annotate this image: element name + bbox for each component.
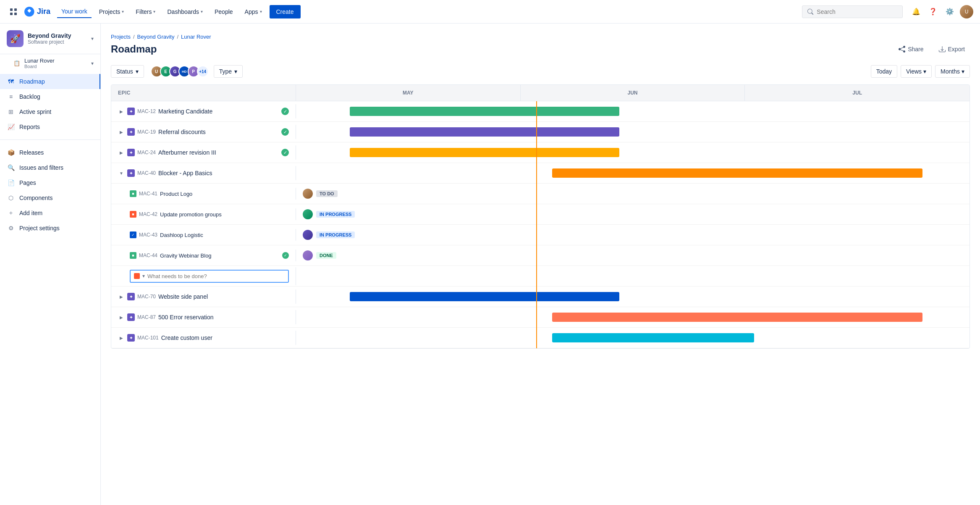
status-badge: IN PROGRESS xyxy=(316,211,355,218)
sidebar-issues[interactable]: 🔍 Issues and filters xyxy=(0,160,100,175)
status-badge: IN PROGRESS xyxy=(316,231,355,238)
gantt-bar-mac101[interactable] xyxy=(552,333,754,342)
roadmap-table: Epic MAY JUN JUL ▶ ✦ MAC-12 Marke xyxy=(111,84,970,349)
sidebar-item-roadmap[interactable]: 🗺 Roadmap xyxy=(0,74,100,89)
month-may: MAY xyxy=(296,85,521,101)
export-button[interactable]: Export xyxy=(934,43,970,55)
epic-name-mac24[interactable]: Afterburner revision III xyxy=(158,149,216,156)
sidebar-item-reports[interactable]: 📈 Reports xyxy=(0,119,100,134)
months-button[interactable]: Months ▾ xyxy=(935,65,970,78)
page-title: Roadmap xyxy=(111,43,157,55)
more-avatars[interactable]: +14 xyxy=(197,66,209,77)
epic-name-mac40[interactable]: Blocker - App Basics xyxy=(158,170,212,176)
breadcrumb-projects[interactable]: Projects xyxy=(111,34,131,40)
nav-dashboards[interactable]: Dashboards ▾ xyxy=(163,6,207,18)
chevron-down-icon: ▾ xyxy=(923,68,926,75)
page-header: Roadmap Share Export xyxy=(111,43,970,55)
sub-name-mac41[interactable]: Product Logo xyxy=(160,191,192,197)
timeline-cell xyxy=(296,101,970,121)
sidebar-pages[interactable]: 📄 Pages xyxy=(0,175,100,190)
done-icon: ✓ xyxy=(282,252,289,259)
project-info: Beyond Gravity Software project xyxy=(28,32,87,45)
export-icon xyxy=(939,46,946,53)
expand-button[interactable]: ▶ xyxy=(118,293,125,300)
table-row: ▼ ✦ MAC-40 Blocker - App Basics xyxy=(111,163,970,184)
expand-button[interactable]: ▶ xyxy=(118,129,125,135)
user-avatar[interactable]: U xyxy=(960,5,973,18)
type-filter[interactable]: Type ▾ xyxy=(214,65,243,78)
sidebar-board-item[interactable]: 📋 Lunar Rover Board ▾ xyxy=(0,54,100,72)
add-item-input[interactable] xyxy=(147,273,285,279)
status-badge: DONE xyxy=(316,252,336,259)
nav-apps[interactable]: Apps ▾ xyxy=(241,6,266,18)
expand-button[interactable]: ▶ xyxy=(118,314,125,321)
search-input[interactable] xyxy=(817,8,897,15)
epic-name-mac70[interactable]: Website side panel xyxy=(158,293,208,300)
epic-name-mac19[interactable]: Referral discounts xyxy=(158,129,206,135)
top-navigation: Jira Your work Projects ▾ Filters ▾ Dash… xyxy=(0,0,980,24)
epic-name-mac101[interactable]: Create custom user xyxy=(161,334,212,341)
sidebar-add-item[interactable]: ＋ Add item xyxy=(0,205,100,221)
pages-icon: 📄 xyxy=(7,179,15,187)
sidebar-components[interactable]: ⬡ Components xyxy=(0,190,100,205)
epic-cell-mac19: ▶ ✦ MAC-19 Referral discounts ✓ xyxy=(111,125,296,139)
sidebar-item-active-sprint[interactable]: ⊞ Active sprint xyxy=(0,104,100,119)
expand-button[interactable]: ▶ xyxy=(118,108,125,115)
timeline-cell xyxy=(296,307,970,327)
epic-icon: ✦ xyxy=(127,313,135,321)
nav-your-work[interactable]: Your work xyxy=(57,5,92,18)
jira-logo[interactable]: Jira xyxy=(24,6,50,18)
breadcrumb-lunar-rover[interactable]: Lunar Rover xyxy=(181,34,211,40)
share-button[interactable]: Share xyxy=(894,43,928,55)
gantt-bar-mac70[interactable] xyxy=(350,292,619,301)
nav-people[interactable]: People xyxy=(210,6,237,18)
sidebar-project-settings[interactable]: ⚙ Project settings xyxy=(0,221,100,236)
notifications-icon[interactable]: 🔔 xyxy=(909,5,923,18)
table-row: ■ MAC-42 Update promotion groups IN PROG… xyxy=(111,204,970,225)
sub-name-mac42[interactable]: Update promotion groups xyxy=(160,211,222,218)
backlog-icon: ≡ xyxy=(7,92,15,101)
expand-button[interactable]: ▼ xyxy=(118,170,125,176)
gantt-bar-mac19[interactable] xyxy=(350,127,619,137)
sub-name-mac43[interactable]: Dashloop Logistic xyxy=(160,232,203,238)
epic-name-mac12[interactable]: Marketing Candidate xyxy=(158,108,212,115)
sidebar-chevron-icon: ▾ xyxy=(91,36,94,42)
gantt-bar-mac24[interactable] xyxy=(350,148,619,157)
views-button[interactable]: Views ▾ xyxy=(901,65,932,78)
assignee-avatar xyxy=(303,189,313,199)
expand-button[interactable]: ▶ xyxy=(118,149,125,156)
epic-name-mac87[interactable]: 500 Error reservation xyxy=(158,314,214,321)
done-icon: ✓ xyxy=(281,149,289,156)
gantt-bar-mac12[interactable] xyxy=(350,107,619,116)
today-button[interactable]: Today xyxy=(871,65,897,78)
svg-rect-1 xyxy=(14,8,17,11)
status-filter[interactable]: Status ▾ xyxy=(111,65,144,78)
epic-cell-mac12: ▶ ✦ MAC-12 Marketing Candidate ✓ xyxy=(111,104,296,118)
sidebar-project[interactable]: 🚀 Beyond Gravity Software project ▾ xyxy=(0,24,100,54)
epic-icon: ✦ xyxy=(127,169,135,177)
sub-icon: ■ xyxy=(130,190,136,197)
assignee-avatar xyxy=(303,230,313,240)
gantt-bar-mac40[interactable] xyxy=(552,168,922,178)
table-row: ▶ ✦ MAC-87 500 Error reservation xyxy=(111,307,970,328)
search-bar[interactable] xyxy=(802,5,903,18)
gantt-bar-mac87[interactable] xyxy=(552,313,922,322)
help-icon[interactable]: ❓ xyxy=(926,5,940,18)
sidebar-item-backlog[interactable]: ≡ Backlog xyxy=(0,89,100,104)
breadcrumb-beyond-gravity[interactable]: Beyond Gravity xyxy=(137,34,175,40)
svg-rect-3 xyxy=(14,13,17,15)
table-row: ■ MAC-41 Product Logo TO DO xyxy=(111,184,970,204)
main-content: Projects / Beyond Gravity / Lunar Rover … xyxy=(101,24,980,505)
grid-icon[interactable] xyxy=(7,5,20,18)
create-button[interactable]: Create xyxy=(270,5,301,18)
settings-icon[interactable]: ⚙️ xyxy=(943,5,956,18)
sub-name-mac44[interactable]: Gravity Webinar Blog xyxy=(160,252,212,259)
epic-cell-mac40: ▼ ✦ MAC-40 Blocker - App Basics xyxy=(111,166,296,180)
add-item-input-wrapper[interactable]: ▾ xyxy=(130,270,289,283)
expand-button[interactable]: ▶ xyxy=(118,334,125,341)
nav-filters[interactable]: Filters ▾ xyxy=(131,6,160,18)
done-icon: ✓ xyxy=(281,128,289,136)
components-icon: ⬡ xyxy=(7,194,15,202)
nav-projects[interactable]: Projects ▾ xyxy=(95,6,128,18)
sidebar-releases[interactable]: 📦 Releases xyxy=(0,145,100,160)
